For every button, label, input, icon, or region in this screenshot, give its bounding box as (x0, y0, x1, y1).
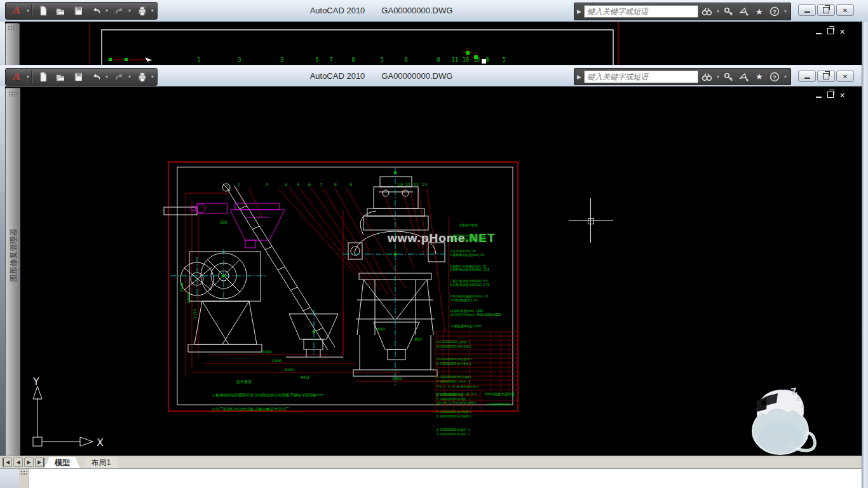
communication-center-icon[interactable] (738, 5, 750, 18)
back-doc-window-controls: ✕ (816, 28, 845, 36)
svg-text:690: 690 (220, 220, 227, 224)
redo-button[interactable] (110, 69, 126, 85)
help-icon[interactable]: ? (768, 5, 781, 18)
help-dropdown-icon[interactable]: ▼ (783, 75, 787, 79)
search-binoculars-icon[interactable] (701, 71, 714, 83)
model-canvas[interactable]: 12 34 56 78 910 1112 13 3568 2906 1130 6… (20, 86, 862, 456)
svg-text:Y: Y (32, 377, 39, 388)
mascot-sticker[interactable] (751, 384, 822, 456)
svg-text:860: 860 (414, 337, 422, 341)
command-history[interactable]: 命令: DRAWINGRECOVERY 命令: 指定对角点: (33, 470, 134, 488)
redo-button[interactable] (110, 3, 126, 18)
infocenter-expand-icon[interactable]: ▶ (577, 74, 581, 80)
tab-model[interactable]: 模型 (44, 457, 80, 468)
window-controls: ✕ (798, 71, 854, 82)
redo-dropdown-icon[interactable]: ▼ (128, 75, 132, 79)
front-titlebar[interactable]: A ▼ ▼ ▼ ▼ AutoCAD 2010 GA00000000.DWG ▶ (0, 66, 862, 87)
close-button[interactable]: ✕ (836, 71, 854, 82)
svg-text:3568: 3568 (179, 282, 184, 292)
palette-grip[interactable] (8, 25, 17, 31)
search-dropdown-icon[interactable]: ▼ (716, 10, 720, 13)
background-window: A ▼ ▼ ▼ ▼ AutoCAD 2010 GA00000000.DWG ▶ (0, 0, 868, 65)
help-icon[interactable]: ? (768, 71, 781, 83)
doc-minimize-button[interactable] (816, 28, 822, 36)
favorites-star-icon[interactable]: ★ (753, 5, 766, 18)
quick-access-toolbar: A ▼ ▼ ▼ ▼ (5, 68, 158, 86)
new-file-button[interactable] (34, 3, 50, 18)
tab-first-button[interactable]: ◀ (3, 458, 12, 467)
back-palette-strip[interactable] (5, 23, 20, 66)
subscription-key-icon[interactable] (722, 5, 735, 18)
undo-button[interactable] (87, 69, 104, 85)
open-file-button[interactable] (51, 69, 68, 85)
tab-prev-button[interactable]: ◀ (13, 458, 23, 467)
subscription-key-icon[interactable] (722, 71, 735, 83)
restore-button[interactable] (817, 71, 835, 82)
search-input[interactable] (584, 71, 698, 83)
app-menu-button[interactable]: A (8, 3, 25, 18)
save-button[interactable] (69, 3, 86, 18)
redo-dropdown-icon[interactable]: ▼ (128, 9, 132, 13)
command-grip[interactable] (19, 469, 29, 488)
product-name: AutoCAD 2010 (310, 6, 365, 15)
doc-restore-button[interactable] (827, 92, 834, 99)
doc-restore-button[interactable] (827, 28, 834, 36)
open-file-button[interactable] (51, 3, 68, 18)
plot-button[interactable] (133, 69, 149, 85)
palette-title: 图形修复管理器 (8, 228, 19, 281)
search-input[interactable] (584, 5, 698, 18)
command-line-panel[interactable]: 命令: DRAWINGRECOVERY 命令: 指定对角点: (0, 468, 862, 488)
undo-dropdown-icon[interactable]: ▼ (105, 9, 109, 13)
toolbar-dropdown-icon[interactable]: ▼ (151, 9, 154, 13)
tab-next-button[interactable]: ▶ (24, 458, 34, 467)
svg-text:3: 3 (238, 57, 241, 63)
app-menu-dropdown-icon[interactable]: ▼ (26, 75, 30, 79)
help-dropdown-icon[interactable]: ▼ (783, 10, 787, 13)
minimize-button[interactable] (798, 4, 816, 16)
doc-close-button[interactable]: ✕ (839, 92, 845, 99)
back-titlebar[interactable]: A ▼ ▼ ▼ ▼ AutoCAD 2010 GA00000000.DWG ▶ (0, 0, 868, 22)
infocenter: ▶ ▼ ★ ? ▼ (574, 68, 791, 85)
svg-text:8: 8 (351, 57, 355, 63)
svg-text:6: 6 (315, 57, 318, 63)
svg-text:7: 7 (320, 182, 322, 187)
svg-text:?: ? (773, 74, 776, 80)
titleblock-signature-labels: 设计 审核 工艺 批准 阶段标记 重量 比例 (437, 402, 478, 407)
save-button[interactable] (69, 69, 86, 85)
infocenter-expand-icon[interactable]: ▶ (577, 8, 581, 15)
doc-restore-icon (827, 92, 834, 98)
svg-text:5: 5 (380, 57, 383, 63)
new-file-button[interactable] (34, 69, 50, 85)
drawing-number: GA00000000 (480, 402, 519, 407)
svg-text:10: 10 (398, 182, 403, 187)
back-left-sliver (0, 22, 5, 65)
toolbar-dropdown-icon[interactable]: ▼ (151, 75, 154, 79)
close-button[interactable]: ✕ (836, 4, 854, 16)
doc-minimize-icon (816, 33, 822, 34)
search-dropdown-icon[interactable]: ▼ (716, 75, 720, 79)
drawing-recovery-palette[interactable]: 图形修复管理器 (5, 88, 22, 456)
app-menu-button[interactable]: A (8, 69, 25, 85)
svg-text:3: 3 (266, 182, 268, 187)
undo-button[interactable] (87, 3, 104, 18)
save-floppy-icon (73, 5, 82, 17)
minimize-button[interactable] (798, 71, 816, 82)
palette-grip[interactable] (8, 91, 18, 97)
undo-dropdown-icon[interactable]: ▼ (105, 75, 109, 79)
left-view-magenta (191, 203, 285, 248)
doc-minimize-button[interactable] (816, 92, 822, 99)
app-menu-dropdown-icon[interactable]: ▼ (26, 9, 30, 13)
centerlines (170, 168, 445, 385)
back-canvas[interactable]: 1 3 3 6 7 8 5 6 8 11 16 10 8 5 (0, 22, 868, 65)
svg-text:11: 11 (452, 57, 458, 63)
doc-close-button[interactable]: ✕ (839, 28, 845, 36)
restore-button[interactable] (817, 4, 835, 16)
window-title: AutoCAD 2010 GA00000000.DWG (267, 6, 496, 15)
tab-layout1[interactable]: 布局1 (83, 457, 119, 468)
search-binoculars-icon[interactable] (701, 5, 714, 18)
favorites-star-icon[interactable]: ★ (753, 71, 766, 83)
communication-center-icon[interactable] (738, 71, 750, 83)
client-area: 图形修复管理器 (0, 86, 862, 456)
tab-last-button[interactable]: ▶ (35, 458, 44, 467)
plot-button[interactable] (133, 3, 149, 18)
